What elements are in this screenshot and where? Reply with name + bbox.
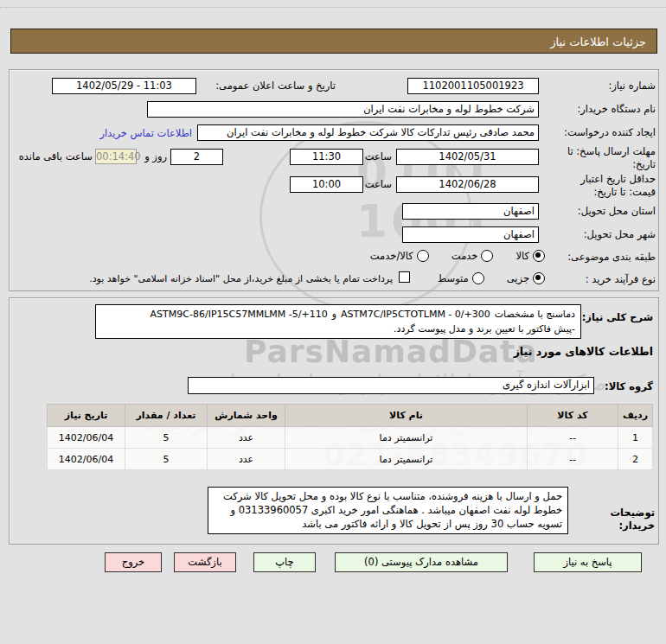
- table-row: 1 -- ترانسمیتر دما عدد 5 1402/06/04: [48, 427, 653, 449]
- process-option-partial: جزیی: [507, 272, 545, 284]
- cell-name: ترانسمیتر دما: [285, 427, 528, 449]
- cell-row: 1: [618, 427, 653, 449]
- price-validity-time-field: 10:00: [290, 176, 363, 193]
- province-field: اصفهان: [402, 203, 539, 220]
- page-title: جزئیات اطلاعات نیاز: [10, 29, 657, 54]
- buyer-org-field: شرکت خطوط لوله و مخابرات نفت ایران: [147, 101, 539, 118]
- cell-unit: عدد: [208, 427, 285, 449]
- price-validity-label: حداقل تاریخ اعتبار قیمت: تا تاریخ:: [554, 173, 656, 199]
- radio-partial-label: جزیی: [507, 272, 529, 284]
- cell-code: --: [528, 449, 618, 470]
- classification-option-service: خدمت: [451, 250, 494, 262]
- reply-deadline-label: مهلت ارسال پاسخ: تا تاریخ:: [554, 145, 656, 171]
- description-box: دماسنج با مشخصات ASTM7C/IP5CTOTLMM - 0/+…: [95, 304, 581, 339]
- buyer-notes-box: حمل و ارسال با هزینه فروشنده، متناسب با …: [208, 487, 568, 534]
- reply-to-need-button[interactable]: پاسخ به نیاز: [534, 552, 642, 572]
- col-qty: تعداد / مقدار: [125, 405, 208, 427]
- need-number-label: شماره نیاز:: [552, 80, 656, 92]
- goods-group-label: گروه کالا:: [592, 380, 653, 393]
- cell-code: --: [528, 427, 618, 449]
- announce-datetime-label: تاریخ و ساعت اعلان عمومی:: [197, 80, 336, 92]
- col-name: نام کالا: [285, 405, 528, 427]
- action-buttons: پاسخ به نیاز مشاهده مدارک پیوستی (0) چاپ…: [105, 552, 642, 572]
- top-divider: [0, 7, 666, 8]
- treasury-note: پرداخت تمام یا بخشی از مبلغ خرید،از محل …: [47, 272, 393, 285]
- goods-section-title: اطلاعات کالاهای مورد نیاز: [480, 345, 653, 358]
- classification-option-goods: کالا: [516, 250, 545, 262]
- col-code: کد کالا: [528, 405, 618, 427]
- radio-medium-icon[interactable]: [472, 272, 484, 284]
- deadline-hour-label: ساعت: [364, 150, 392, 163]
- goods-group-field: ابزارآلات اندازه گیری: [188, 377, 594, 394]
- cell-qty: 5: [125, 427, 208, 449]
- cell-row: 2: [618, 449, 653, 470]
- radio-service-icon[interactable]: [481, 250, 493, 262]
- back-button[interactable]: بازگشت: [174, 552, 236, 572]
- process-type-label: نوع فرآیند خرید :: [548, 273, 656, 286]
- process-option-medium: متوسط: [438, 272, 484, 284]
- radio-goods-service-icon[interactable]: [417, 250, 429, 262]
- cell-date: 1402/06/04: [48, 449, 125, 470]
- cell-date: 1402/06/04: [48, 427, 125, 449]
- description-line2: -پیش فاکتور با تعیین برند و مدل پیوست گر…: [101, 322, 575, 336]
- cell-qty: 5: [125, 449, 208, 470]
- exit-button[interactable]: خروج: [105, 552, 162, 572]
- radio-goods-label: کالا: [516, 250, 529, 262]
- countdown-timer: 00:14:40: [95, 149, 137, 164]
- reply-deadline-time-field: 11:30: [290, 149, 363, 165]
- description-label: شرح کلی نیاز:: [580, 311, 653, 324]
- description-line1: دماسنج با مشخصات ASTM7C/IP5CTOTLMM - 0/+…: [101, 307, 575, 322]
- days-and-label: روز و: [138, 150, 167, 163]
- goods-table: ردیف کد کالا نام کالا واحد شمارش تعداد /…: [47, 404, 653, 470]
- radio-medium-label: متوسط: [438, 272, 469, 284]
- description-intro: دماسنج با مشخصات: [495, 307, 575, 322]
- col-unit: واحد شمارش: [208, 405, 285, 427]
- buyer-contact-link[interactable]: اطلاعات تماس خریدار: [99, 127, 192, 139]
- cell-name: ترانسمیتر دما: [285, 449, 528, 470]
- cell-unit: عدد: [208, 449, 285, 470]
- description-spec1: ASTM7C/IP5CTOTLMM - 0/+300: [341, 307, 490, 322]
- buyer-notes-label: توضیحات خریدار:: [573, 507, 655, 532]
- process-type-options: جزیی متوسط: [438, 271, 545, 285]
- table-row: 2 -- ترانسمیتر دما عدد 5 1402/06/04: [48, 449, 653, 470]
- print-button[interactable]: چاپ: [253, 552, 316, 572]
- price-validity-date-field: 1402/06/28: [396, 176, 539, 193]
- classification-label: طبقه بندی موضوعی:: [548, 251, 656, 264]
- province-label: استان محل تحویل:: [548, 205, 656, 218]
- validity-hour-label: ساعت: [364, 178, 392, 191]
- description-spec2: ASTM9C-86/IP15C57MMLMM -5/+110: [150, 307, 328, 322]
- classification-options: کالا خدمت کالا/خدمت: [370, 249, 545, 263]
- buyer-org-label: نام دستگاه خریدار:: [548, 103, 656, 116]
- radio-goods-service-label: کالا/خدمت: [370, 250, 413, 262]
- need-number-field: 1102001105001923: [407, 78, 539, 94]
- treasury-checkbox[interactable]: [399, 271, 410, 283]
- description-conjunction: و: [332, 307, 336, 322]
- col-date: تاریخ نیاز: [48, 405, 125, 427]
- col-row: ردیف: [618, 405, 653, 427]
- announce-datetime-field: 1402/05/29 - 11:03: [52, 78, 196, 94]
- classification-option-goods-service: کالا/خدمت: [370, 250, 429, 262]
- view-attachments-button[interactable]: مشاهده مدارک پیوستی (0): [335, 552, 508, 572]
- creator-field: محمد صادقی رئیس تدارکات کالا شرکت خطوط ل…: [197, 124, 539, 141]
- radio-service-label: خدمت: [451, 250, 478, 262]
- goods-table-header-row: ردیف کد کالا نام کالا واحد شمارش تعداد /…: [48, 405, 653, 427]
- city-label: شهر محل تحویل:: [548, 228, 656, 241]
- city-field: اصفهان: [402, 226, 539, 243]
- days-remaining-field: 2: [170, 149, 223, 165]
- hours-remaining-label: ساعت باقی مانده: [10, 150, 93, 163]
- creator-label: ایجاد کننده درخواست:: [543, 126, 656, 139]
- radio-goods-icon[interactable]: [533, 250, 545, 262]
- radio-partial-icon[interactable]: [533, 272, 545, 284]
- reply-deadline-date-field: 1402/05/31: [396, 149, 539, 165]
